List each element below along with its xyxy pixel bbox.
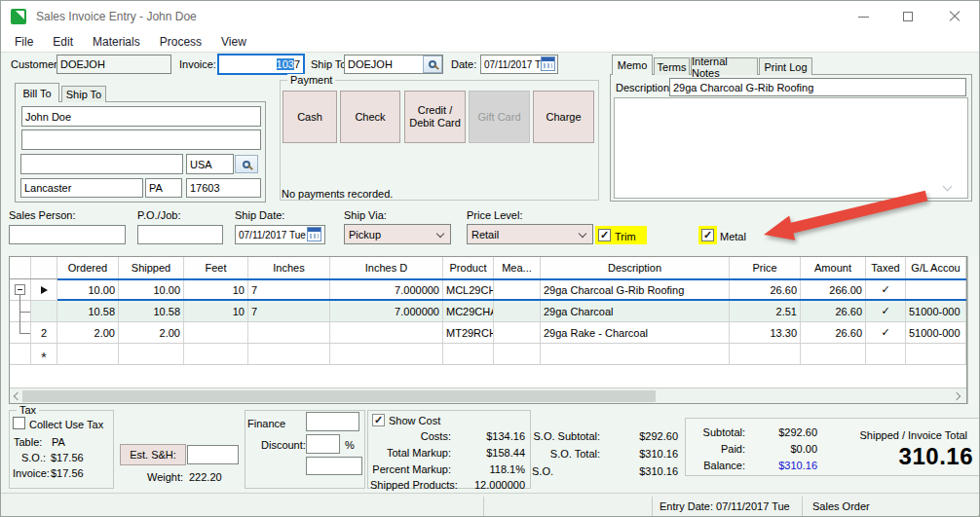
col-ordered[interactable]: Ordered [57, 257, 119, 278]
cell-gl-account[interactable]: 51000-000 [906, 322, 966, 343]
cell-feet[interactable]: 10 [184, 301, 248, 321]
cell-gl-account[interactable]: 51000-000 [906, 301, 966, 321]
po-job-input[interactable] [137, 225, 223, 244]
charge-button[interactable]: Charge [533, 91, 594, 143]
bill-to-state-input[interactable] [145, 178, 182, 198]
invoice-number-field[interactable]: 1037 [217, 54, 305, 75]
cash-button[interactable]: Cash [283, 91, 337, 143]
scroll-left-icon[interactable] [14, 392, 21, 400]
cell-description[interactable]: 29ga Rake - Charcoal [541, 322, 730, 343]
customer-id-field[interactable]: DOEJOH [57, 55, 171, 74]
price-level-select[interactable]: Retail [467, 224, 593, 244]
scrollbar-thumb[interactable] [22, 390, 656, 402]
cell-shipped[interactable]: 2.00 [119, 322, 184, 343]
cell-shipped[interactable]: 10.58 [119, 301, 184, 321]
col-inches-d[interactable]: Inches D [330, 257, 443, 278]
cell-description[interactable]: 29ga Charcoal G-Rib Roofing [541, 279, 730, 300]
cell-ordered[interactable]: 2.00 [57, 322, 119, 343]
col-gl-account[interactable]: G/L Accou [906, 257, 966, 278]
cell-gl-account[interactable] [906, 279, 966, 300]
col-taxed[interactable]: Taxed [866, 257, 906, 278]
row-selector-cell[interactable] [31, 279, 57, 300]
memo-description-input[interactable] [669, 78, 966, 96]
bill-to-zip-input[interactable] [186, 178, 261, 198]
cell-feet[interactable]: 10 [184, 279, 248, 300]
resize-grip[interactable] [975, 512, 977, 514]
col-inches[interactable]: Inches [248, 257, 330, 278]
col-feet[interactable]: Feet [184, 257, 248, 278]
cell-inches[interactable]: 7 [248, 301, 330, 321]
menu-file[interactable]: File [5, 32, 43, 52]
est-sh-button[interactable]: Est. S&H: [120, 444, 186, 465]
ship-to-lookup-button[interactable] [423, 55, 442, 73]
cell-product[interactable]: MC29CHA [443, 301, 494, 321]
check-button[interactable]: Check [340, 91, 400, 143]
minimize-button[interactable] [841, 1, 886, 32]
menu-materials[interactable]: Materials [83, 32, 150, 52]
row-selector-cell[interactable]: 2 [31, 322, 57, 343]
grid-vertical-scrollbar[interactable] [967, 256, 979, 404]
balance-value[interactable]: $310.16 [745, 460, 817, 471]
maximize-button[interactable] [886, 1, 930, 32]
tab-internal-notes[interactable]: Internal Notes [691, 57, 758, 75]
cell-product[interactable]: MCL29CHA [443, 279, 494, 300]
tab-terms[interactable]: Terms [654, 57, 690, 75]
credit-debit-button[interactable]: Credit / Debit Card [404, 91, 466, 143]
col-shipped[interactable]: Shipped [119, 257, 184, 278]
cell-amount[interactable]: 266.00 [801, 279, 866, 300]
menu-edit[interactable]: Edit [43, 32, 83, 52]
cell-price[interactable]: 13.30 [730, 322, 801, 343]
cell-shipped[interactable]: 10.00 [119, 279, 184, 300]
bill-to-name-input[interactable] [21, 106, 261, 127]
cell-price[interactable]: 2.51 [730, 301, 801, 321]
est-sh-input[interactable] [187, 445, 239, 464]
cell-measure[interactable] [494, 322, 541, 343]
metal-checkbox[interactable] [701, 229, 714, 241]
cell-price[interactable]: 26.60 [730, 279, 801, 300]
bill-to-country-input[interactable] [186, 154, 234, 174]
bill-to-city-input[interactable] [20, 178, 143, 198]
cell-inches[interactable] [248, 322, 330, 343]
cell-feet[interactable] [184, 322, 248, 343]
bill-to-line2-input[interactable] [21, 129, 261, 150]
new-row[interactable]: * [10, 344, 966, 365]
cell-taxed[interactable]: ✓ [866, 322, 906, 343]
cell-inches[interactable]: 7 [248, 279, 330, 300]
tab-memo[interactable]: Memo [612, 55, 653, 75]
discount-input[interactable] [306, 434, 340, 454]
cell-inches-d[interactable] [330, 322, 443, 343]
trim-checkbox[interactable] [598, 229, 611, 241]
close-button[interactable] [932, 1, 977, 32]
col-price[interactable]: Price [730, 257, 801, 278]
scroll-right-icon[interactable] [953, 392, 961, 400]
tab-ship-to-address[interactable]: Ship To [61, 86, 106, 102]
cell-measure[interactable] [494, 279, 541, 300]
cell-taxed[interactable]: ✓ [866, 279, 906, 300]
cell-product[interactable]: MT29RCHA [443, 322, 494, 343]
sales-person-input[interactable] [9, 225, 126, 244]
cell-ordered[interactable]: 10.00 [57, 279, 119, 300]
finance-extra-input[interactable] [306, 457, 362, 475]
calendar-icon[interactable] [541, 56, 555, 71]
col-description[interactable]: Description [541, 257, 730, 278]
tree-cell[interactable] [10, 279, 31, 300]
bill-to-street-input[interactable] [20, 154, 183, 174]
cell-amount[interactable]: 26.60 [801, 322, 866, 343]
cell-taxed[interactable]: ✓ [866, 301, 906, 321]
cell-ordered[interactable]: 10.58 [57, 301, 119, 321]
cell-amount[interactable]: 26.60 [801, 301, 866, 321]
calendar-icon[interactable] [307, 227, 321, 241]
cell-measure[interactable] [494, 301, 541, 321]
cell-description[interactable]: 29ga Charcoal [541, 301, 730, 321]
row-selector-cell[interactable] [31, 301, 57, 321]
grid-horizontal-scrollbar[interactable] [10, 388, 966, 403]
col-measure[interactable]: Mea... [494, 257, 541, 278]
menu-process[interactable]: Process [150, 32, 211, 52]
collect-use-tax-checkbox[interactable] [13, 417, 25, 429]
ship-via-select[interactable]: Pickup [344, 224, 451, 244]
finance-input[interactable] [306, 412, 359, 431]
col-product[interactable]: Product [443, 257, 494, 278]
col-amount[interactable]: Amount [801, 257, 866, 278]
collapse-icon[interactable] [15, 284, 25, 295]
cell-inches-d[interactable]: 7.000000 [330, 301, 443, 321]
